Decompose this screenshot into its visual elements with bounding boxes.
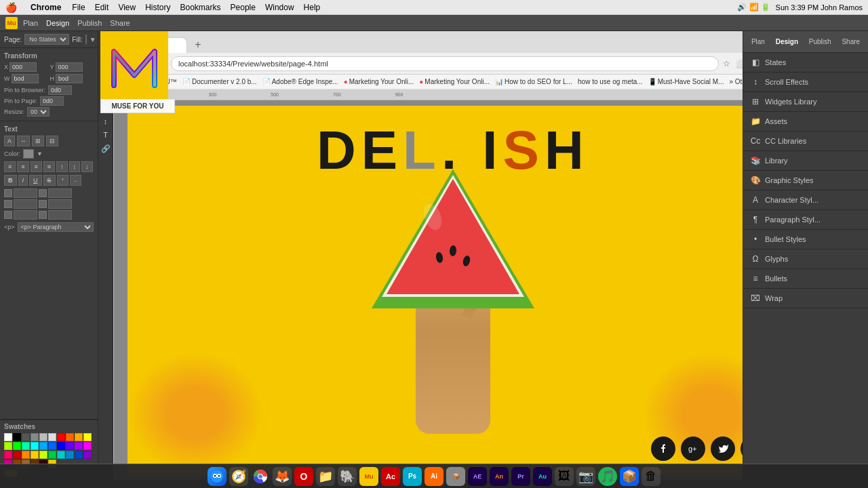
bookmark-og[interactable]: how to use og meta...	[578, 78, 643, 85]
new-tab-btn[interactable]: +	[190, 37, 206, 53]
h-input[interactable]	[56, 74, 83, 83]
rp-bullet-styles[interactable]: • Bullet Styles	[743, 230, 868, 249]
color-dropdown[interactable]: ▼	[37, 150, 43, 157]
color-swatch-ff00ff[interactable]	[83, 442, 92, 450]
rp-states[interactable]: ◧ States	[743, 53, 868, 73]
italic-btn[interactable]: I	[18, 175, 28, 186]
color-swatch-888888[interactable]	[31, 433, 39, 441]
dock-muse[interactable]: Mu	[359, 467, 378, 486]
color-swatch-555555[interactable]	[22, 433, 30, 441]
rp-wrap[interactable]: ⌧ Wrap	[743, 289, 868, 308]
bookmark-doc[interactable]: 📄Documenter v 2.0 b...	[182, 78, 257, 85]
dock-audition[interactable]: Au	[533, 467, 552, 486]
color-swatch[interactable]	[23, 149, 34, 159]
color-swatch-ffffff[interactable]	[4, 433, 12, 441]
page-select[interactable]: No States	[24, 34, 69, 45]
rp-assets[interactable]: 📁 Assets	[743, 112, 868, 131]
dock-firefox[interactable]: 🦊	[273, 467, 292, 486]
dock-opera[interactable]: O	[294, 467, 313, 486]
bookmark-mktg1[interactable]: ●Marketing Your Onli...	[344, 78, 414, 85]
menu-view[interactable]: View	[118, 3, 136, 12]
spacing-input-5[interactable]	[14, 210, 37, 220]
color-swatch-00ffff[interactable]	[31, 442, 39, 450]
tool-move[interactable]: ↕	[100, 115, 112, 127]
bookmark-seo[interactable]: 📊How to do SEO for L...	[495, 78, 572, 85]
bookmark-star[interactable]: ☆	[722, 58, 732, 70]
color-swatch-00cccc[interactable]	[57, 451, 65, 459]
rp-cc-libraries[interactable]: Cc CC Libraries	[743, 131, 868, 151]
bookmark-edge[interactable]: 📄Adobe® Edge Inspe...	[262, 78, 338, 85]
color-swatch-ff0000[interactable]	[57, 433, 65, 441]
spacing-input-6[interactable]	[48, 210, 72, 220]
rp-bullets[interactable]: ≡ Bullets	[743, 269, 868, 289]
color-swatch-ff8800[interactable]	[22, 451, 30, 459]
color-swatch-00ffaa[interactable]	[22, 442, 30, 450]
color-swatch-ffff00[interactable]	[83, 433, 92, 441]
rp-widgets[interactable]: ⊞ Widgets Library	[743, 92, 868, 112]
rp-char-styles[interactable]: A Character Styl...	[743, 190, 868, 210]
spacing-input-2[interactable]	[48, 188, 72, 198]
tool-link[interactable]: 🔗	[100, 142, 112, 155]
tool-btn-1[interactable]: A	[4, 136, 15, 146]
align-center[interactable]: ≡	[17, 161, 28, 172]
color-swatch-cc0000[interactable]	[13, 451, 21, 459]
rp-share-btn[interactable]: Share	[837, 37, 864, 47]
dock-files[interactable]: 📁	[316, 467, 335, 486]
bookmark-mktg2[interactable]: ●Marketing Your Onli...	[419, 78, 490, 85]
dock-photoshop[interactable]: Ps	[403, 467, 422, 486]
rp-para-styles[interactable]: ¶ Paragraph Styl...	[743, 210, 868, 230]
color-swatch-8800cc[interactable]	[83, 451, 92, 459]
dock-app3[interactable]: 📷	[576, 467, 595, 486]
color-swatch-ccff00[interactable]	[39, 451, 47, 459]
color-swatch-ff6600[interactable]	[66, 433, 74, 441]
color-swatch-ffaa00[interactable]	[75, 433, 83, 441]
color-swatch-ffcc00[interactable]	[31, 451, 39, 459]
cast-btn[interactable]: ⬜	[734, 58, 743, 70]
color-swatch-00cc44[interactable]	[48, 451, 56, 459]
tool-btn-2[interactable]: ↔	[17, 136, 30, 146]
spacing-input-4[interactable]	[48, 199, 72, 209]
align-right[interactable]: ≡	[31, 161, 42, 172]
underline-btn[interactable]: U	[29, 175, 42, 186]
color-swatch-bbbbbb[interactable]	[39, 433, 47, 441]
color-swatch-dddddd[interactable]	[48, 433, 56, 441]
nav-plan[interactable]: Plan	[23, 19, 38, 27]
menu-history[interactable]: History	[145, 3, 170, 12]
color-swatch-000000[interactable]	[13, 433, 21, 441]
align-bottom[interactable]: ↓	[81, 161, 93, 172]
nav-publish[interactable]: Publish	[77, 19, 102, 27]
dock-safari[interactable]: 🧭	[229, 467, 248, 486]
rp-plan-btn[interactable]: Plan	[747, 37, 769, 47]
menu-window[interactable]: Window	[265, 3, 294, 12]
fill-dropdown[interactable]: ▼	[90, 36, 96, 43]
twitter-icon[interactable]	[711, 436, 735, 461]
pin-browser-input[interactable]	[48, 85, 72, 95]
dock-acrobat[interactable]: Ac	[381, 467, 400, 486]
y-input[interactable]	[56, 62, 83, 72]
menu-edit[interactable]: Edit	[95, 3, 109, 12]
dock-chrome[interactable]	[251, 467, 270, 486]
tool-btn-4[interactable]: ⊟	[46, 136, 58, 146]
nav-design[interactable]: Design	[46, 19, 69, 27]
rp-design-btn[interactable]: Design	[772, 37, 802, 47]
youtube-icon[interactable]	[741, 436, 743, 461]
dock-animate[interactable]: An	[490, 467, 509, 486]
rp-glyphs[interactable]: Ω Glyphs	[743, 249, 868, 269]
para-style-select[interactable]: <p> Paragraph	[18, 222, 94, 232]
align-left[interactable]: ≡	[4, 161, 16, 172]
dock-dropbox[interactable]: 📦	[620, 467, 639, 486]
resize-select[interactable]: 00	[27, 107, 50, 117]
color-swatch-0000ff[interactable]	[57, 442, 65, 450]
color-swatch-aaff00[interactable]	[4, 442, 12, 450]
dock-premiere[interactable]: Pr	[511, 467, 530, 486]
dock-app1[interactable]: 📦	[446, 467, 465, 486]
color-swatch-0066ff[interactable]	[48, 442, 56, 450]
subscript-btn[interactable]: ₋	[70, 175, 81, 186]
spacing-input-1[interactable]	[14, 188, 37, 198]
rp-scroll-effects[interactable]: ↕ Scroll Effects	[743, 73, 868, 92]
strikethrough-btn[interactable]: S	[43, 175, 56, 186]
tool-btn-3[interactable]: ⊞	[32, 136, 44, 146]
rp-publish-btn[interactable]: Publish	[805, 37, 835, 47]
color-swatch-0088cc[interactable]	[66, 451, 74, 459]
menu-help[interactable]: Help	[304, 3, 321, 12]
